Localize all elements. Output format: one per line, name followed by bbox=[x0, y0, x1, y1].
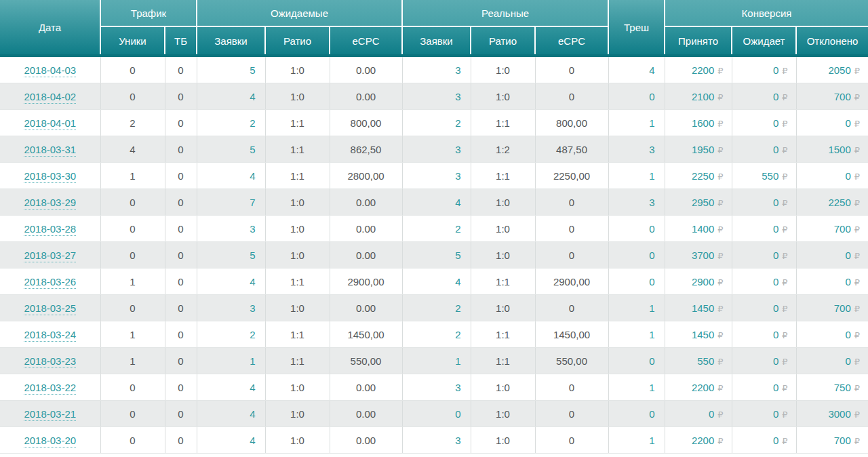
date-link[interactable]: 2018-03-31 bbox=[24, 144, 76, 157]
expected-ecpc-cell: 2800,00 bbox=[330, 163, 402, 189]
ruble-sign: ₽ bbox=[854, 330, 860, 340]
ruble-sign: ₽ bbox=[782, 198, 787, 208]
col-header-date: Дата bbox=[0, 0, 100, 56]
real-ratio-cell: 1:0 bbox=[471, 242, 535, 269]
table-body: 2018-04-030051:00.0031:0042200₽0₽2050₽20… bbox=[0, 56, 868, 454]
col-header-expected-ecpc: eCPC bbox=[330, 26, 402, 56]
col-header-pending: Ожидает bbox=[732, 26, 796, 56]
expected-leads-cell: 1 bbox=[197, 348, 265, 374]
real-ecpc-cell: 0 bbox=[535, 242, 608, 269]
date-link[interactable]: 2018-03-24 bbox=[24, 329, 76, 342]
amount-value: 0 bbox=[773, 408, 778, 420]
table-row: 2018-03-270051:00.0051:0003700₽0₽0₽ bbox=[0, 242, 868, 269]
amount-value: 0 bbox=[709, 408, 714, 420]
date-link[interactable]: 2018-03-28 bbox=[24, 223, 76, 236]
expected-ecpc-cell: 550,00 bbox=[330, 348, 402, 374]
ruble-sign: ₽ bbox=[854, 224, 860, 235]
trash-cell: 1 bbox=[608, 427, 665, 454]
table-row: 2018-03-250031:00.0021:0011450₽0₽700₽ bbox=[0, 295, 868, 321]
trash-cell: 0 bbox=[608, 348, 665, 374]
table-row: 2018-04-030051:00.0031:0042200₽0₽2050₽ bbox=[0, 56, 868, 83]
ruble-sign: ₽ bbox=[717, 251, 723, 261]
real-ratio-cell: 1:1 bbox=[471, 163, 535, 189]
real-leads-cell: 2 bbox=[402, 110, 471, 136]
date-cell: 2018-03-28 bbox=[0, 216, 100, 242]
date-link[interactable]: 2018-04-02 bbox=[24, 91, 76, 104]
trash-cell: 4 bbox=[608, 56, 665, 83]
date-link[interactable]: 2018-03-20 bbox=[24, 435, 76, 448]
amount-value: 0 bbox=[773, 197, 778, 208]
trash-cell: 1 bbox=[608, 163, 665, 189]
expected-ratio-cell: 1:1 bbox=[265, 163, 330, 189]
pending-cell: 0₽ bbox=[732, 269, 796, 295]
real-ecpc-cell: 0 bbox=[535, 295, 608, 321]
real-ecpc-cell: 2250,00 bbox=[535, 163, 608, 189]
real-ecpc-cell: 800,00 bbox=[535, 110, 608, 136]
expected-ratio-cell: 1:1 bbox=[265, 110, 330, 136]
expected-ratio-cell: 1:0 bbox=[265, 242, 330, 269]
rejected-cell: 700₽ bbox=[796, 216, 868, 242]
uniques-cell: 2 bbox=[100, 110, 165, 136]
amount-value: 2200 bbox=[692, 382, 714, 393]
accepted-cell: 2250₽ bbox=[665, 163, 732, 189]
expected-ratio-cell: 1:0 bbox=[265, 216, 330, 242]
date-link[interactable]: 2018-03-25 bbox=[24, 302, 76, 315]
accepted-cell: 0₽ bbox=[665, 401, 732, 427]
amount-value: 2950 bbox=[692, 197, 714, 208]
date-link[interactable]: 2018-03-30 bbox=[24, 170, 76, 183]
amount-value: 700 bbox=[834, 302, 851, 314]
real-ecpc-cell: 487,50 bbox=[535, 136, 608, 163]
real-ratio-cell: 1:0 bbox=[471, 83, 535, 110]
expected-leads-cell: 2 bbox=[197, 321, 265, 348]
amount-value: 2200 bbox=[692, 64, 714, 76]
expected-ecpc-cell: 0.00 bbox=[330, 189, 402, 216]
table-row: 2018-03-200041:00.0031:0012200₽0₽700₽ bbox=[0, 427, 868, 454]
real-leads-cell: 3 bbox=[402, 136, 471, 163]
rejected-cell: 750₽ bbox=[796, 374, 868, 401]
date-link[interactable]: 2018-04-01 bbox=[24, 117, 76, 130]
date-link[interactable]: 2018-03-26 bbox=[24, 276, 76, 289]
table-row: 2018-03-290071:00.0041:0032950₽0₽2250₽ bbox=[0, 189, 868, 216]
real-leads-cell: 0 bbox=[402, 401, 471, 427]
ruble-sign: ₽ bbox=[782, 304, 787, 314]
ruble-sign: ₽ bbox=[782, 277, 787, 287]
ruble-sign: ₽ bbox=[717, 304, 723, 314]
accepted-cell: 1600₽ bbox=[665, 110, 732, 136]
uniques-cell: 0 bbox=[100, 56, 165, 83]
date-link[interactable]: 2018-03-27 bbox=[24, 250, 76, 262]
accepted-cell: 2200₽ bbox=[665, 56, 732, 83]
uniques-cell: 1 bbox=[100, 163, 165, 189]
uniques-cell: 1 bbox=[100, 348, 165, 374]
date-cell: 2018-03-29 bbox=[0, 189, 100, 216]
date-link[interactable]: 2018-03-21 bbox=[24, 408, 76, 421]
date-link[interactable]: 2018-03-23 bbox=[24, 355, 76, 368]
real-ratio-cell: 1:0 bbox=[471, 56, 535, 83]
tb-cell: 0 bbox=[165, 374, 197, 401]
accepted-cell: 1450₽ bbox=[665, 321, 732, 348]
pending-cell: 0₽ bbox=[732, 374, 796, 401]
ruble-sign: ₽ bbox=[717, 410, 723, 420]
date-cell: 2018-04-02 bbox=[0, 83, 100, 110]
expected-ecpc-cell: 862,50 bbox=[330, 136, 402, 163]
date-link[interactable]: 2018-03-22 bbox=[24, 382, 76, 395]
ruble-sign: ₽ bbox=[717, 330, 723, 340]
expected-leads-cell: 4 bbox=[197, 374, 265, 401]
rejected-cell: 2250₽ bbox=[796, 189, 868, 216]
amount-value: 1500 bbox=[828, 144, 850, 155]
date-link[interactable]: 2018-03-29 bbox=[24, 197, 76, 210]
pending-cell: 0₽ bbox=[732, 136, 796, 163]
amount-value: 2250 bbox=[828, 197, 850, 208]
amount-value: 700 bbox=[834, 435, 851, 446]
amount-value: 550 bbox=[762, 170, 778, 182]
ruble-sign: ₽ bbox=[854, 251, 860, 261]
date-link[interactable]: 2018-04-03 bbox=[24, 64, 76, 77]
tb-cell: 0 bbox=[165, 401, 197, 427]
ruble-sign: ₽ bbox=[854, 198, 860, 208]
ruble-sign: ₽ bbox=[717, 383, 723, 393]
expected-ecpc-cell: 0.00 bbox=[330, 216, 402, 242]
amount-value: 750 bbox=[834, 382, 851, 393]
tb-cell: 0 bbox=[165, 242, 197, 269]
date-cell: 2018-03-22 bbox=[0, 374, 100, 401]
amount-value: 1450 bbox=[692, 329, 714, 340]
real-leads-cell: 3 bbox=[402, 427, 471, 454]
